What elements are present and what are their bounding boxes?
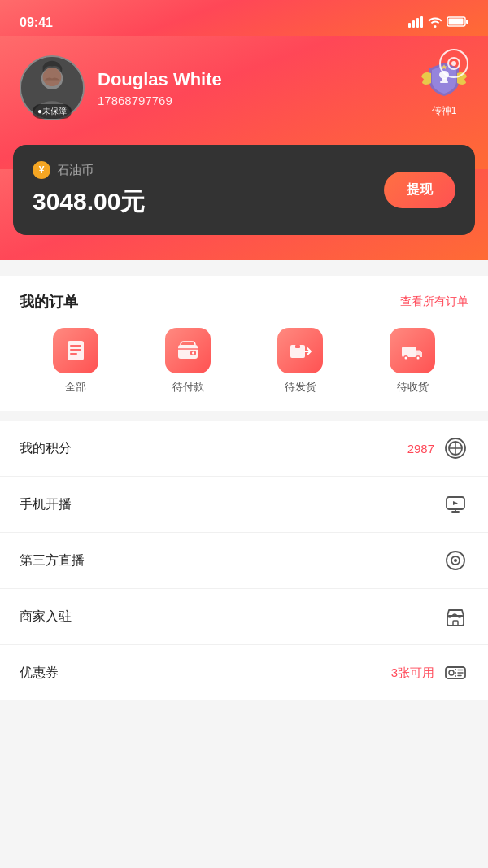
svg-rect-6 [466, 20, 468, 24]
menu-label-coupon: 优惠券 [20, 665, 59, 682]
balance-card: ¥ 石油币 3048.00元 提现 [13, 145, 475, 235]
menu-label-points: 我的积分 [20, 440, 72, 457]
svg-rect-13 [440, 81, 448, 83]
order-icon-pending-ship [277, 328, 323, 373]
live-icon [442, 547, 468, 574]
order-label-pending-receive: 待收货 [397, 380, 429, 395]
svg-rect-1 [412, 20, 415, 28]
order-label-all: 全部 [65, 380, 86, 395]
menu-item-coupon[interactable]: 优惠券 3张可用 [0, 645, 488, 700]
svg-rect-0 [408, 23, 411, 28]
balance-left: ¥ 石油币 3048.00元 [33, 161, 145, 219]
menu-right-points: 2987 [407, 435, 468, 461]
battery-icon [447, 16, 468, 29]
balance-title: 石油币 [57, 163, 94, 178]
menu-item-merchant[interactable]: 商家入驻 [0, 589, 488, 645]
withdraw-button[interactable]: 提现 [384, 172, 455, 208]
order-item-pending-ship[interactable]: 待发货 [277, 328, 323, 395]
view-all-orders-link[interactable]: 查看所有订单 [400, 294, 468, 309]
svg-rect-18 [70, 353, 77, 355]
status-time: 09:41 [20, 15, 53, 30]
unprotected-badge: ●未保障 [33, 104, 72, 119]
menu-right-merchant [442, 604, 468, 630]
svg-rect-24 [402, 347, 416, 357]
svg-rect-5 [449, 19, 464, 25]
svg-rect-23 [295, 345, 300, 348]
coupon-value: 3张可用 [391, 665, 434, 681]
coupon-icon [442, 660, 468, 686]
order-label-pending-ship: 待发货 [285, 380, 316, 395]
menu-item-points[interactable]: 我的积分 2987 [0, 421, 488, 477]
svg-point-34 [454, 559, 457, 562]
settings-icon [447, 57, 460, 70]
merchant-icon [442, 604, 468, 630]
points-icon [442, 435, 468, 461]
coin-symbol: ¥ [33, 161, 50, 179]
status-bar: 09:41 [0, 0, 488, 36]
menu-right-third-party [442, 547, 468, 574]
broadcast-icon [442, 491, 468, 517]
menu-right-coupon: 3张可用 [391, 660, 468, 686]
svg-rect-3 [420, 16, 423, 28]
avatar-wrapper: ●未保障 [20, 55, 85, 120]
svg-rect-2 [416, 18, 419, 28]
menu-label-merchant: 商家入驻 [20, 608, 72, 626]
order-icon-pending-receive [390, 328, 435, 373]
menu-label-broadcast: 手机开播 [20, 496, 72, 513]
wifi-icon [428, 16, 442, 30]
profile-row: ●未保障 Douglas White 17868797769 [20, 55, 468, 120]
orders-section: 我的订单 查看所有订单 全部 [0, 276, 488, 411]
orders-header: 我的订单 查看所有订单 [20, 292, 468, 312]
rank-label: 传神1 [432, 104, 457, 118]
profile-name: Douglas White [98, 69, 407, 90]
profile-phone: 17868797769 [98, 94, 407, 107]
main-content: 我的订单 查看所有订单 全部 [0, 260, 488, 700]
menu-label-third-party: 第三方直播 [20, 552, 85, 569]
order-item-pending-receive[interactable]: 待收货 [390, 328, 435, 395]
settings-button[interactable] [439, 49, 468, 78]
svg-rect-36 [453, 621, 458, 626]
order-icon-all [53, 328, 98, 373]
order-icon-pending-pay [165, 328, 211, 373]
svg-point-28 [417, 357, 420, 360]
balance-amount: 3048.00元 [33, 185, 145, 219]
orders-title: 我的订单 [20, 292, 78, 312]
menu-section: 我的积分 2987 手机开播 [0, 421, 488, 700]
orders-grid: 全部 待付款 [20, 328, 468, 395]
signal-icon [408, 16, 423, 30]
svg-point-10 [43, 68, 62, 86]
order-label-pending-pay: 待付款 [172, 380, 204, 395]
status-icons [408, 16, 468, 30]
svg-rect-16 [70, 345, 81, 347]
svg-point-26 [405, 357, 407, 360]
menu-item-broadcast[interactable]: 手机开播 [0, 477, 488, 533]
svg-point-21 [192, 352, 194, 355]
points-value: 2987 [407, 442, 434, 456]
profile-info: Douglas White 17868797769 [98, 69, 407, 107]
menu-item-third-party-live[interactable]: 第三方直播 [0, 533, 488, 589]
order-item-pending-pay[interactable]: 待付款 [165, 328, 211, 395]
menu-right-broadcast [442, 491, 468, 517]
order-item-all[interactable]: 全部 [53, 328, 98, 395]
balance-title-row: ¥ 石油币 [33, 161, 145, 179]
svg-rect-12 [442, 78, 447, 81]
svg-point-38 [449, 670, 454, 675]
svg-rect-17 [70, 349, 81, 351]
